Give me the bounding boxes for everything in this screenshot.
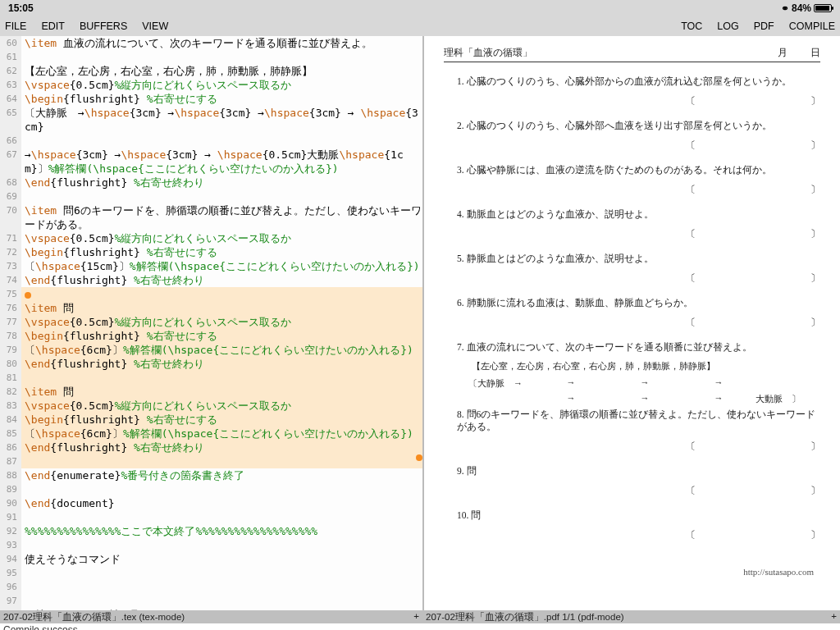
code-line[interactable]: 67→\hspace{3cm} →\hspace{3cm} → \hspace{… <box>0 148 422 176</box>
line-number: 86 <box>0 441 21 454</box>
code-line[interactable]: 91 <box>0 510 422 524</box>
code-line[interactable]: 68\end{flushright} %右寄せ終わり <box>0 176 422 189</box>
code-line[interactable]: 63\vspace{0.5cm}%縦方向にどれくらいスペース取るか <box>0 78 422 92</box>
pdf-answer-blank: 〔〕 <box>457 440 820 454</box>
selection-handle-icon[interactable] <box>416 454 422 461</box>
menu-toc[interactable]: TOC <box>681 21 702 32</box>
code-line[interactable]: 84\begin{flushright} %右寄せにする <box>0 413 422 427</box>
link-icon: ⚭ <box>781 2 789 14</box>
code-line[interactable]: 66 <box>0 134 422 148</box>
menu-file[interactable]: FILE <box>5 21 26 32</box>
code-line[interactable]: 83\vspace{0.5cm}%縦方向にどれくらいスペース取るか <box>0 399 422 413</box>
menu-pdf[interactable]: PDF <box>754 21 774 32</box>
pdf-question: 4. 動脈血とはどのような血液か、説明せよ。 <box>457 208 820 221</box>
code-line[interactable]: 79〔\hspace{6cm}〕%解答欄(\hspace{ここにどれくらい空けた… <box>0 343 422 357</box>
line-number: 65 <box>0 106 21 134</box>
code-line[interactable]: 88\end{enumerate}%番号付きの箇条書き終了 <box>0 468 422 482</box>
line-number: 93 <box>0 538 21 552</box>
code-line[interactable]: 98・挟んだところを読み取らなくなります。 <box>0 608 422 610</box>
pdf-answer-blank: 〔〕 <box>457 94 820 108</box>
code-line[interactable]: 96 <box>0 580 422 594</box>
menubar: FILEEDITBUFFERSVIEW TOCLOGPDFCOMPILE <box>0 16 840 36</box>
line-number: 74 <box>0 273 21 287</box>
code-line[interactable]: 64\begin{flushright} %右寄せにする <box>0 92 422 106</box>
line-number: 69 <box>0 189 21 203</box>
line-number: 95 <box>0 566 21 580</box>
pdf-question: 8. 問6のキーワードを、肺循環の順番に並び替えよ。ただし、使わないキーワードが… <box>457 409 820 433</box>
code-line[interactable]: 94使えそうなコマンド <box>0 552 422 566</box>
line-number: 76 <box>0 301 21 315</box>
line-number: 92 <box>0 524 21 538</box>
line-number: 96 <box>0 580 21 594</box>
code-line[interactable]: 93 <box>0 538 422 552</box>
line-number: 94 <box>0 552 21 566</box>
code-line[interactable]: 81 <box>0 371 422 385</box>
selection-handle-icon[interactable] <box>25 292 31 299</box>
battery-status: ⚭ 84% <box>781 2 832 14</box>
line-number: 61 <box>0 50 21 64</box>
line-number: 81 <box>0 371 21 385</box>
menu-view[interactable]: VIEW <box>142 21 168 32</box>
code-line[interactable]: 73〔\hspace{15cm}〕%解答欄(\hspace{ここにどれくらい空け… <box>0 259 422 273</box>
code-line[interactable]: 76\item 問 <box>0 301 422 315</box>
battery-icon <box>814 4 832 12</box>
code-line[interactable]: 87 <box>0 454 422 468</box>
code-line[interactable]: 95 <box>0 566 422 580</box>
pdf-question: 5. 静脈血とはどのような血液か、説明せよ。 <box>457 253 820 265</box>
line-number: 98 <box>0 608 21 610</box>
pdf-answer-blank: 〔〕 <box>457 484 820 498</box>
code-line[interactable]: 86\end{flushright} %右寄せ終わり <box>0 441 422 454</box>
line-number: 78 <box>0 329 21 343</box>
code-line[interactable]: 90\end{document} <box>0 496 422 510</box>
code-line[interactable]: 62【左心室，左心房，右心室，右心房，肺，肺動脈，肺静脈】 <box>0 64 422 78</box>
code-line[interactable]: 97 <box>0 594 422 608</box>
code-line[interactable]: 80\end{flushright} %右寄せ終わり <box>0 357 422 371</box>
code-line[interactable]: 69 <box>0 189 422 203</box>
code-line[interactable]: 89 <box>0 482 422 496</box>
line-number: 70 <box>0 203 21 231</box>
code-line[interactable]: 60\item 血液の流れについて、次のキーワードを通る順番に並び替えよ。 <box>0 36 422 50</box>
line-number: 83 <box>0 399 21 413</box>
code-line[interactable]: 74\end{flushright} %右寄せ終わり <box>0 273 422 287</box>
menu-edit[interactable]: EDIT <box>41 21 64 32</box>
code-line[interactable]: 71\vspace{0.5cm}%縦方向にどれくらいスペース取るか <box>0 231 422 245</box>
code-line[interactable]: 77\vspace{0.5cm}%縦方向にどれくらいスペース取るか <box>0 315 422 329</box>
pdf-answer-blank: 〔〕 <box>457 139 820 153</box>
pdf-question: 3. 心臓や静脈には、血液の逆流を防ぐためのものがある。それは何か。 <box>457 164 820 176</box>
line-number: 73 <box>0 259 21 273</box>
line-number: 63 <box>0 78 21 92</box>
modeline-right: 207-02理科「血液の循環」.pdf 1/1 (pdf-mode)+ <box>422 610 840 623</box>
pdf-footer-url: http://sutasapo.com <box>444 567 814 577</box>
menu-log[interactable]: LOG <box>717 21 738 32</box>
line-number: 64 <box>0 92 21 106</box>
code-line[interactable]: 82\item 問 <box>0 385 422 399</box>
code-line[interactable]: 75 <box>0 287 422 301</box>
code-line[interactable]: 70\item 問6のキーワードを、肺循環の順番に並び替えよ。ただし、使わないキ… <box>0 203 422 231</box>
menu-buffers[interactable]: BUFFERS <box>80 21 127 32</box>
modeline-left: 207-02理科「血液の循環」.tex (tex-mode)+ <box>0 610 422 623</box>
line-number: 67 <box>0 148 21 176</box>
pdf-question: 10. 問 <box>457 509 820 522</box>
line-number: 66 <box>0 134 21 148</box>
code-line[interactable]: 72\begin{flushright} %右寄せにする <box>0 245 422 259</box>
line-number: 90 <box>0 496 21 510</box>
pdf-preview-pane[interactable]: 理科「血液の循環」 月 日 1. 心臓のつくりのうち、心臓外部からの血液が流れ込… <box>422 36 840 610</box>
code-line[interactable]: 92%%%%%%%%%%%%%%%ここで本文終了%%%%%%%%%%%%%%%%… <box>0 524 422 538</box>
code-editor[interactable]: 60\item 血液の流れについて、次のキーワードを通る順番に並び替えよ。616… <box>0 36 422 610</box>
line-number: 71 <box>0 231 21 245</box>
device-statusbar: 15:05 ⚭ 84% <box>0 0 840 16</box>
pdf-answer-blank: 〔〕 <box>457 183 820 197</box>
pdf-answer-blank: 〔〕 <box>457 316 820 330</box>
pdf-answer-blank: 〔〕 <box>457 528 820 542</box>
menu-compile[interactable]: COMPILE <box>789 21 835 32</box>
pdf-question: 2. 心臓のつくりのうち、心臓外部へ血液を送り出す部屋を何というか。 <box>457 120 820 132</box>
code-line[interactable]: 61 <box>0 50 422 64</box>
code-line[interactable]: 65〔大静脈 →\hspace{3cm} →\hspace{3cm} →\hsp… <box>0 106 422 134</box>
code-line[interactable]: 85〔\hspace{6cm}〕%解答欄(\hspace{ここにどれくらい空けた… <box>0 427 422 441</box>
code-line[interactable]: 78\begin{flushright} %右寄せにする <box>0 329 422 343</box>
pdf-question: 6. 肺動脈に流れる血液は、動脈血、静脈血どちらか。 <box>457 297 820 309</box>
line-number: 60 <box>0 36 21 50</box>
pdf-answer-blank: 〔〕 <box>457 227 820 241</box>
line-number: 72 <box>0 245 21 259</box>
editor-pane[interactable]: 60\item 血液の流れについて、次のキーワードを通る順番に並び替えよ。616… <box>0 36 422 610</box>
